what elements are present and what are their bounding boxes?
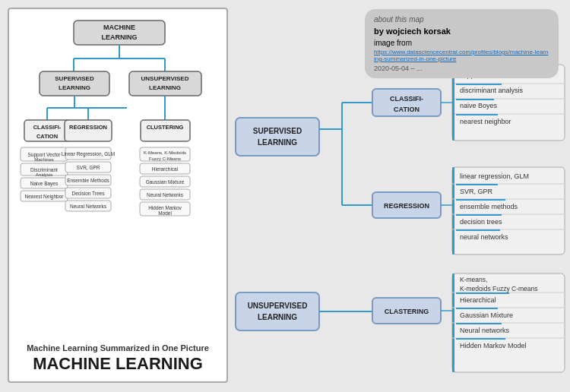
svg-text:MACHINE: MACHINE — [103, 24, 135, 31]
svg-text:Linear Regression, GLM: Linear Regression, GLM — [62, 151, 115, 157]
svg-text:Machines: Machines — [34, 157, 54, 162]
date: 2020-05-04 – ... — [374, 65, 549, 72]
svg-text:linear regression, GLM: linear regression, GLM — [460, 172, 529, 180]
svg-rect-75 — [456, 99, 494, 100]
svg-text:K-means,: K-means, — [460, 276, 487, 283]
about-box: about this map by wojciech korsak image … — [365, 9, 559, 78]
svg-text:REGRESSION: REGRESSION — [384, 202, 429, 210]
svg-rect-57 — [236, 118, 319, 156]
svg-text:UNSUPERVISED: UNSUPERVISED — [141, 75, 189, 82]
image-from: image from — [374, 39, 549, 47]
svg-text:Nearest Neighbor: Nearest Neighbor — [25, 194, 65, 200]
svg-text:REGRESSION: REGRESSION — [69, 124, 107, 131]
svg-text:Analysis: Analysis — [36, 172, 52, 177]
svg-text:CATION: CATION — [394, 106, 420, 113]
svg-text:SUPERVISED: SUPERVISED — [253, 127, 302, 135]
svg-rect-73 — [456, 84, 502, 85]
svg-text:Gaussian Mixture: Gaussian Mixture — [146, 179, 185, 185]
left-diagram-svg: MACHINE LEARNING SUPERVISED LEARNING UNS… — [17, 17, 222, 275]
svg-text:LEARNING: LEARNING — [258, 138, 297, 147]
svg-rect-95 — [456, 229, 500, 231]
url[interactable]: https://www.datasciencecentral.com/profi… — [374, 49, 549, 62]
svg-rect-83 — [452, 167, 454, 254]
svg-text:Neural Networks: Neural Networks — [147, 192, 184, 198]
svg-text:K-Means, K-Medoids: K-Means, K-Medoids — [144, 150, 186, 155]
svg-text:Hierarchical: Hierarchical — [460, 296, 496, 304]
svg-rect-93 — [456, 214, 502, 216]
svg-rect-89 — [456, 184, 498, 185]
author: by wojciech korsak — [374, 27, 549, 36]
svg-text:CLASSIFI-: CLASSIFI- — [390, 95, 423, 103]
svg-text:CLUSTERING: CLUSTERING — [147, 124, 184, 131]
main-title: MACHINE LEARNING — [17, 354, 219, 374]
right-map-svg: SUPERVISED LEARNING CLASSIFI- CATION sup… — [232, 57, 566, 384]
svg-text:SVR, GPR: SVR, GPR — [460, 188, 493, 195]
svg-text:Discriminant: Discriminant — [30, 167, 58, 172]
svg-text:naive Boyes: naive Boyes — [460, 102, 498, 109]
subtitle: Machine Learning Summarized in One Pictu… — [17, 343, 219, 352]
left-panel-bottom: Machine Learning Summarized in One Pictu… — [17, 343, 219, 374]
svg-text:nearest neighbor: nearest neighbor — [460, 118, 511, 125]
svg-text:Gaussian Mixture: Gaussian Mixture — [460, 311, 513, 319]
svg-text:CATION: CATION — [36, 133, 58, 140]
svg-text:Neural Networks: Neural Networks — [70, 204, 107, 209]
svg-text:Naive Bayes: Naive Bayes — [30, 181, 59, 187]
svg-text:SVR, GPR: SVR, GPR — [76, 165, 100, 170]
svg-text:neural networks: neural networks — [460, 233, 508, 241]
svg-text:LEARNING: LEARNING — [59, 84, 90, 91]
svg-text:UNSUPERVISED: UNSUPERVISED — [248, 302, 308, 310]
svg-text:CLASSIFI-: CLASSIFI- — [33, 124, 62, 131]
svg-text:discriminant analysis: discriminant analysis — [460, 87, 524, 94]
svg-text:LEARNING: LEARNING — [149, 84, 181, 91]
svg-text:Ensemble Methods: Ensemble Methods — [67, 178, 109, 183]
svg-rect-77 — [456, 114, 498, 115]
svg-rect-82 — [452, 167, 565, 254]
about-title: about this map — [374, 15, 549, 24]
svg-text:Hidden Markov: Hidden Markov — [148, 205, 182, 210]
svg-text:Decision Trees: Decision Trees — [72, 191, 106, 196]
svg-text:ensemble methods: ensemble methods — [460, 203, 518, 210]
svg-rect-116 — [456, 323, 502, 324]
svg-text:LEARNING: LEARNING — [258, 313, 297, 321]
svg-text:Hierarchical: Hierarchical — [152, 166, 179, 172]
svg-rect-114 — [456, 308, 498, 309]
svg-text:LEARNING: LEARNING — [102, 33, 138, 41]
svg-text:Model: Model — [158, 210, 172, 216]
svg-text:Fuzzy C-Means: Fuzzy C-Means — [149, 156, 181, 161]
svg-rect-112 — [456, 292, 509, 294]
svg-text:Neural networks: Neural networks — [460, 327, 510, 334]
left-panel: MACHINE LEARNING SUPERVISED LEARNING UNS… — [8, 8, 228, 383]
svg-rect-91 — [456, 199, 505, 201]
svg-text:SUPERVISED: SUPERVISED — [55, 75, 94, 82]
svg-text:CLASTERING: CLASTERING — [385, 308, 429, 315]
svg-text:Hidden Markov Model: Hidden Markov Model — [460, 342, 527, 349]
svg-rect-118 — [456, 338, 505, 340]
svg-text:decision trees: decision trees — [460, 218, 502, 226]
svg-text:K-medoids Fuzzy C-means: K-medoids Fuzzy C-means — [460, 285, 538, 292]
svg-rect-98 — [236, 292, 319, 330]
